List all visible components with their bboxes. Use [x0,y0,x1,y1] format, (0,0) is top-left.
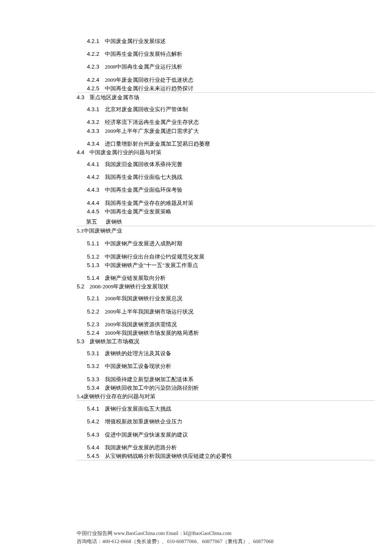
toc-section: 5.2 2008-2009年废钢铁行业发展现状 [77,283,375,290]
toc-title: 废钢铁的处理方法及其设备 [105,350,171,357]
toc-item: 5.4.3 促进中国废钢产业快速发展的建议 [77,431,375,439]
toc-section: 5.3 废钢铁加工市场概况 [77,338,375,345]
toc-item: 5.2.3 2009年我国废钢资源供需情况 [77,321,375,328]
section-number: 5.3 [77,338,84,345]
toc-title: 我国废旧金属回收体系亟待完善 [105,161,182,168]
chapter-title: 废钢铁 [106,218,122,226]
toc-title: 废钢产业链发展取向分析 [105,274,166,282]
toc-item: 5.1.3 中国废钢铁产业"十一五"发展工作重点 [77,262,375,269]
toc-title: 2009年上半年广东废金属进口需求扩大 [105,127,199,135]
toc-number: 5.1.4 [87,274,105,282]
toc-item: 5.2.1 2008年我国废钢铁行业发展总况 [77,295,375,302]
toc-title: 中国再生金属行业发展特点解析 [105,50,182,58]
chapter-label: 第五 [86,218,97,226]
toc-title: 中国废钢行业出台自律公约促规范化发展 [105,253,205,261]
toc-number: 4.2.2 [87,50,105,58]
section-number: 4.3 [77,94,84,101]
toc-number: 5.3.1 [87,350,105,357]
toc-item: 4.2.2 中国再生金属行业发展特点解析 [77,50,375,58]
toc-item: 5.4.1 废钢行业发展面临五大挑战 [77,405,375,413]
toc-number: 5.2.2 [87,308,105,316]
toc-title: 中国再生金属产业面临环保考验 [105,186,182,194]
toc-number: 5.4.1 [87,405,105,413]
toc-number: 5.4.2 [87,418,105,426]
toc-title: 2009年废金属回收行业处于低迷状态 [105,76,193,84]
toc-item: 4.2.5 中国再生金属行业未来运行趋势探讨 [77,85,375,93]
toc-section: 4.3 重点地区废金属市场 [77,94,375,101]
toc-title: 进口量增影射台州废金属加工贸易日趋萎靡 [105,140,210,148]
toc-item: 5.1.1 中国废钢产业发展进入成熟时期 [77,240,375,247]
toc-number: 5.2.1 [87,295,105,302]
toc-number: 5.4.3 [87,431,105,439]
toc-number: 4.2.4 [87,76,105,84]
section-title: 5.4废钢铁行业存在的问题与对策 [77,393,156,400]
toc-item: 4.4.2 我国再生金属行业面临七大挑战 [77,173,375,181]
footer-phone: 咨询电话：400-612-8668（免长途费）、010-60877066、608… [77,538,315,546]
toc-item: 4.4.1 我国废旧金属回收体系亟待完善 [77,161,375,168]
toc-item: 4.3.1 北京对废金属回收业实行严管体制 [77,106,375,113]
toc-item: 5.3.3 我国亟待建立新型废钢加工配送体系 [77,376,375,383]
toc-number: 4.4.2 [87,173,105,181]
toc-number: 4.2.5 [87,85,105,92]
toc-section: 5.4废钢铁行业存在的问题与对策 [77,393,375,401]
section-title: 5.1中国废钢铁产业 [77,227,122,235]
toc-item: 4.4.4 我国再生金属产业存在的难题及对策 [77,199,375,207]
toc-title: 北京对废金属回收业实行严管体制 [105,106,188,113]
toc-number: 5.2.3 [87,321,105,328]
toc-title: 2008年我国废钢铁行业发展总况 [105,295,182,302]
toc-number: 5.1.3 [87,262,105,269]
toc-title: 中国废钢产业发展进入成熟时期 [105,240,182,247]
toc-title: 2009年我国废钢铁市场发展的格局透析 [105,329,199,337]
toc-item: 5.3.4 废钢铁回收加工中的污染防治路径剖析 [77,384,375,392]
toc-title: 促进中国废钢产业快速发展的建议 [105,431,188,439]
table-of-contents: 4.2.1 中国废金属行业发展综述 4.2.2 中国再生金属行业发展特点解析 4… [77,37,375,460]
toc-number: 5.3.2 [87,362,105,370]
toc-item: 4.2.1 中国废金属行业发展综述 [77,37,375,45]
toc-item: 5.3.2 中国废钢加工设备现状分析 [77,362,375,370]
toc-title: 我国再生金属行业面临七大挑战 [105,173,182,181]
toc-title: 经济寒流下清远冉生金属产业生存状态 [105,118,199,126]
toc-title: 2009年我国废钢资源供需情况 [105,321,177,328]
toc-section: 4.4 中国废金属行业的问题与对策 [77,149,375,156]
toc-number: 4.4.4 [87,199,105,207]
toc-number: 5.3.3 [87,376,105,383]
toc-title: 我国亟待建立新型废钢加工配送体系 [105,376,193,383]
section-title: 2008-2009年废钢铁行业发展现状 [89,283,169,290]
toc-item: 4.4.3 中国再生金属产业面临环保考验 [77,186,375,194]
section-title: 重点地区废金属市场 [89,94,139,101]
toc-title: 我国废钢产业发展的思路分析 [105,444,177,451]
toc-number: 4.4.3 [87,186,105,194]
toc-number: 5.4.5 [87,452,105,460]
toc-item: 5.2.2 2009年上半年我国废钢市场运行状况 [77,308,375,316]
toc-number: 4.2.1 [87,37,105,45]
toc-number: 5.2.4 [87,329,105,337]
toc-number: 5.3.4 [87,384,105,392]
toc-number: 4.3.1 [87,106,105,113]
toc-number: 5.1.2 [87,253,105,261]
page-footer: 中国行业报告网 www.BaoGaoChina.com Email：kf@Bao… [77,529,315,546]
toc-section: 5.1中国废钢铁产业 [77,227,375,235]
toc-title: 中国再生金属产业发展策略 [105,208,171,216]
toc-item: 5.4.5 从宝钢购销战略分析我国废钢铁供应链建立的必要性 [77,452,375,460]
toc-item: 5.1.2 中国废钢行业出台自律公约促规范化发展 [77,253,375,261]
section-number: 4.4 [77,149,84,156]
toc-title: 我国再生金属产业存在的难题及对策 [105,199,193,207]
footer-website: 中国行业报告网 www.BaoGaoChina.com Email：kf@Bao… [77,529,315,538]
toc-number: 5.4.4 [87,444,105,451]
toc-item: 5.4.4 我国废钢产业发展的思路分析 [77,444,375,451]
toc-item: 4.4.5 中国再生金属产业发展策略 [77,208,375,216]
toc-title: 2009年上半年我国废钢市场运行状况 [105,308,193,316]
section-title: 废钢铁加工市场概况 [89,338,139,345]
toc-number: 4.3.3 [87,127,105,135]
toc-item: 4.3.4 进口量增影射台州废金属加工贸易日趋萎靡 [77,140,375,148]
toc-item: 5.2.4 2009年我国废钢铁市场发展的格局透析 [77,329,375,337]
section-title: 中国废金属行业的问题与对策 [89,149,161,156]
toc-title: 中国废钢加工设备现状分析 [105,362,171,370]
toc-item: 5.4.2 增值税新政加重废钢铁企业压力 [77,418,375,426]
section-number: 5.2 [77,283,84,290]
toc-title: 增值税新政加重废钢铁企业压力 [105,418,182,426]
toc-item: 4.3.3 2009年上半年广东废金属进口需求扩大 [77,127,375,135]
toc-number: 5.1.1 [87,240,105,247]
toc-title: 从宝钢购销战略分析我国废钢铁供应链建立的必要性 [105,452,232,460]
toc-number: 4.4.1 [87,161,105,168]
